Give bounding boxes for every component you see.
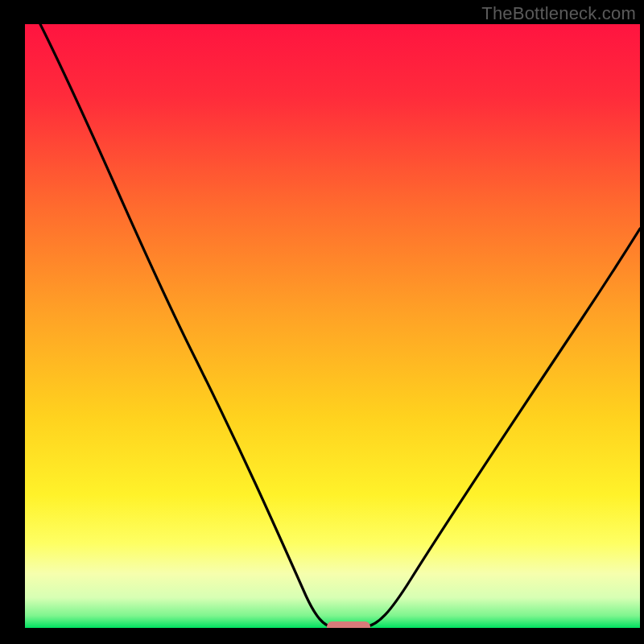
bottleneck-chart	[0, 0, 644, 644]
watermark-text: TheBottleneck.com	[481, 3, 636, 24]
sweet-spot-marker	[327, 621, 370, 632]
plot-area	[25, 24, 640, 628]
chart-frame: TheBottleneck.com	[0, 0, 644, 644]
